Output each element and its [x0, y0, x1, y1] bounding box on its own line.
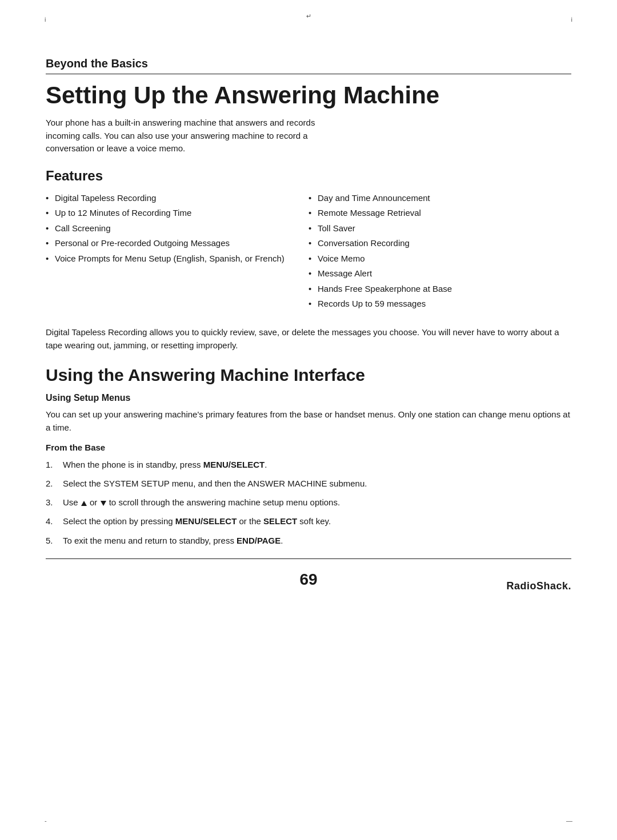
using-heading: Using the Answering Machine Interface: [46, 365, 571, 385]
list-item: Day and Time Announcement: [308, 192, 554, 205]
step-num: 4.: [46, 515, 53, 528]
bottom-mark-right: —: [566, 817, 572, 824]
from-base-label: From the Base: [46, 443, 571, 452]
step-3: 3. Use or to scroll through the answerin…: [46, 496, 571, 509]
step-4: 4. Select the option by pressing MENU/SE…: [46, 515, 571, 528]
desc-text: Digital Tapeless Recording allows you to…: [46, 325, 571, 352]
features-list-right: Day and Time Announcement Remote Message…: [308, 192, 554, 311]
list-item: Call Screening: [46, 222, 291, 235]
step-5: 5. To exit the menu and return to standb…: [46, 534, 571, 547]
features-col-right: Day and Time Announcement Remote Message…: [308, 192, 571, 313]
bottom-rule: [46, 558, 571, 559]
list-item: Voice Prompts for Menu Setup (English, S…: [46, 252, 291, 266]
features-col-left: Digital Tapeless Recording Up to 12 Minu…: [46, 192, 308, 313]
content-area: Beyond the Basics Setting Up the Answeri…: [46, 23, 571, 592]
section-heading: Beyond the Basics: [46, 57, 571, 70]
bold-menu-select: MENU/SELECT: [203, 460, 265, 469]
setup-menus-body: You can set up your answering machine's …: [46, 408, 571, 435]
brand-logo: RadioShack.: [506, 580, 571, 592]
top-mark-left: i: [45, 16, 46, 23]
list-item: Hands Free Speakerphone at Base: [308, 283, 554, 296]
list-item: Conversation Recording: [308, 237, 554, 250]
features-heading: Features: [46, 168, 571, 184]
bold-menu-select-2: MENU/SELECT: [175, 516, 237, 526]
numbered-steps: 1. When the phone is in standby, press M…: [46, 458, 571, 547]
bold-select: SELECT: [263, 516, 297, 526]
brand-name-radio: Radio: [506, 580, 536, 592]
features-columns: Digital Tapeless Recording Up to 12 Minu…: [46, 192, 571, 313]
step-1: 1. When the phone is in standby, press M…: [46, 458, 571, 471]
page-container: i ↵ i Beyond the Basics Setting Up the A…: [0, 0, 617, 840]
step-num: 2.: [46, 477, 53, 490]
features-list-left: Digital Tapeless Recording Up to 12 Minu…: [46, 192, 291, 266]
setup-menus-heading: Using Setup Menus: [46, 393, 571, 403]
list-item: Up to 12 Minutes of Recording Time: [46, 207, 291, 220]
step-2: 2. Select the SYSTEM SETUP menu, and the…: [46, 477, 571, 490]
triangle-up-icon: [81, 501, 87, 506]
list-item: Records Up to 59 messages: [308, 298, 554, 311]
step-num: 5.: [46, 534, 53, 547]
top-rule: [46, 74, 571, 74]
triangle-down-icon: [101, 501, 106, 506]
list-item: Message Alert: [308, 267, 554, 280]
list-item: Personal or Pre-recorded Outgoing Messag…: [46, 237, 291, 250]
main-title: Setting Up the Answering Machine: [46, 82, 571, 108]
step-num: 3.: [46, 496, 53, 509]
list-item: Remote Message Retrieval: [308, 207, 554, 220]
list-item: Toll Saver: [308, 222, 554, 235]
intro-text: Your phone has a built-in answering mach…: [46, 116, 343, 155]
top-mark-right: i: [571, 16, 572, 23]
page-number: 69: [299, 570, 317, 589]
step-num: 1.: [46, 458, 53, 471]
top-mark-center: ↵: [306, 13, 311, 20]
list-item: Digital Tapeless Recording: [46, 192, 291, 205]
brand-name-shack: Shack.: [536, 580, 571, 592]
bold-end-page: END/PAGE: [237, 536, 281, 545]
footer: 69 RadioShack.: [46, 565, 571, 592]
list-item: Voice Memo: [308, 252, 554, 266]
bottom-mark-left: -: [45, 817, 47, 824]
